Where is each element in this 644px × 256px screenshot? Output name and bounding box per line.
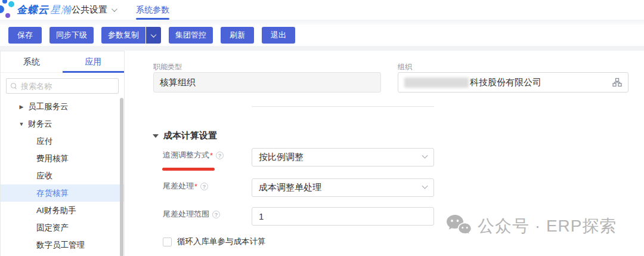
required-asterisk: * <box>194 182 197 191</box>
required-asterisk: * <box>210 151 213 160</box>
tree-item-finance-cloud[interactable]: ▼财务云 <box>1 115 124 132</box>
tree-item-expense-accounting[interactable]: 费用核算 <box>1 150 124 167</box>
cost-calc-section-header[interactable]: 成本计算设置 <box>153 130 217 141</box>
parameter-copy-button[interactable]: 参数复制 <box>101 27 145 44</box>
tree-item-inventory-accounting[interactable]: 存货核算 <box>1 184 124 202</box>
function-type-field: 核算组织 <box>153 72 381 92</box>
group-control-button[interactable]: 集团管控 <box>169 27 213 44</box>
kingdee-logo: 金蝶云星瀚 <box>0 0 72 20</box>
tail-diff-range-label: 尾差处理范围 <box>163 209 220 220</box>
organization-field[interactable]: 科技股份有限公司 <box>398 72 628 92</box>
parameter-copy-dropdown-arrow[interactable] <box>146 27 161 44</box>
tree-item-receivable[interactable]: 应收 <box>1 167 124 184</box>
sidebar-search[interactable] <box>6 78 119 94</box>
function-type-label: 职能类型 <box>153 62 182 72</box>
help-icon <box>200 183 208 190</box>
tree-item-ai-finance-assistant[interactable]: AI财务助手 <box>1 202 124 219</box>
tree-item-payable[interactable]: 应付 <box>1 132 124 150</box>
sidebar-tabs: 系统 应用 <box>1 51 124 73</box>
sidebar-tab-system[interactable]: 系统 <box>1 51 63 72</box>
wechat-icon <box>446 214 472 239</box>
tree-item-employee-service-cloud[interactable]: ▶员工服务云 <box>1 98 124 115</box>
exit-button[interactable]: 退出 <box>262 27 295 44</box>
checkbox-label: 循环入库单参与成本计算 <box>177 236 266 247</box>
tail-diff-range-input[interactable] <box>259 211 427 221</box>
module-tree: ▶员工服务云 ▼财务云 应付 费用核算 应收 存货核算 AI财务助手 固定资产 … <box>1 98 124 256</box>
tree-item-digital-employee[interactable]: 数字员工管理 <box>1 236 124 254</box>
help-icon <box>212 211 220 218</box>
search-icon <box>11 83 17 90</box>
tail-diff-handling-select[interactable]: 成本调整单处理 <box>252 178 434 197</box>
toolbar-divider <box>0 46 644 51</box>
watermark-text: 公众号 · ERP探索 <box>478 215 617 238</box>
section-collapse-icon <box>153 134 159 138</box>
expanded-arrow-icon: ▼ <box>17 121 26 127</box>
menu-public-settings[interactable]: 公共设置 <box>72 0 116 20</box>
save-button[interactable]: 保存 <box>8 27 42 44</box>
red-highlight-marker <box>162 168 215 171</box>
tail-diff-handling-label: 尾差处理* <box>163 181 208 192</box>
trace-adjust-mode-label: 追溯调整方式* <box>163 150 224 161</box>
top-header: 金蝶云星瀚 公共设置 系统参数 <box>0 0 644 20</box>
tab-system-parameters[interactable]: 系统参数 <box>136 0 169 20</box>
toolbar: 保存 同步下级 参数复制 集团管控 刷新 退出 <box>0 24 644 46</box>
watermark: 公众号 · ERP探索 <box>446 214 617 239</box>
section-divider <box>252 106 434 107</box>
sync-subordinate-button[interactable]: 同步下级 <box>49 27 94 44</box>
brand-text: 金蝶云星瀚 <box>17 3 72 17</box>
org-chart-icon[interactable] <box>612 78 622 87</box>
refresh-button[interactable]: 刷新 <box>221 27 254 44</box>
sidebar-scrollbar[interactable] <box>120 98 123 256</box>
checkbox-unchecked[interactable] <box>163 238 172 246</box>
header-divider <box>0 20 644 24</box>
collapsed-arrow-icon: ▶ <box>17 104 26 110</box>
tree-item-fixed-assets[interactable]: 固定资产 <box>1 219 124 236</box>
sidebar: 系统 应用 ▶员工服务云 ▼财务云 应付 费用核算 应收 存货核算 AI财务助手… <box>0 51 125 256</box>
redacted-company-prefix <box>404 78 469 88</box>
app-window: 金蝶云星瀚 公共设置 系统参数 保存 同步下级 参数复制 集团管控 刷新 退出 … <box>0 0 644 256</box>
search-input[interactable] <box>21 82 110 91</box>
chevron-down-icon <box>151 32 157 38</box>
loop-inbound-checkbox-row[interactable]: 循环入库单参与成本计算 <box>163 236 266 247</box>
sidebar-tab-application[interactable]: 应用 <box>63 51 125 72</box>
help-icon <box>216 152 224 159</box>
trace-adjust-mode-select[interactable]: 按比例调整 <box>252 148 434 166</box>
organization-label: 组织 <box>398 62 412 72</box>
chevron-down-icon <box>112 6 117 12</box>
logo-dots-icon <box>0 0 17 20</box>
chevron-down-icon <box>422 153 428 159</box>
tail-diff-range-field <box>252 207 434 226</box>
tree-item-clipped[interactable]: 财务报表 <box>1 254 124 256</box>
parameter-copy-splitbutton: 参数复制 <box>101 27 161 44</box>
chevron-down-icon <box>422 183 428 189</box>
